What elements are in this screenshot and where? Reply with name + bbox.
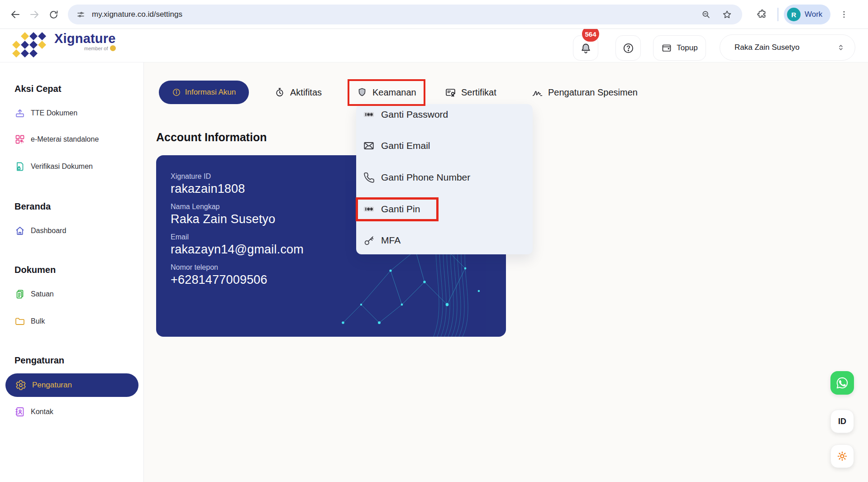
topup-button[interactable]: Topup xyxy=(653,35,706,61)
extensions-icon[interactable] xyxy=(757,9,768,20)
folder-icon xyxy=(14,316,25,327)
gear-icon xyxy=(15,380,26,391)
tab-aktifitas[interactable]: Aktifitas xyxy=(274,81,322,104)
tab-pengaturan-spesimen[interactable]: Pengaturan Spesimen xyxy=(532,81,638,104)
phone-icon xyxy=(362,171,375,184)
help-button[interactable] xyxy=(615,35,641,61)
zoom-out-icon[interactable] xyxy=(701,10,711,19)
language-button[interactable]: ID xyxy=(830,410,854,433)
signature-icon xyxy=(532,87,543,98)
sidebar-item-verifikasi[interactable]: Verifikasi Dokumen xyxy=(14,161,93,172)
logo-diamonds-icon xyxy=(12,31,52,59)
menu-item-ganti-email[interactable]: Ganti Email xyxy=(362,135,430,156)
bell-icon xyxy=(580,42,592,54)
menu-item-ganti-password[interactable]: Ganti Password xyxy=(362,104,448,125)
member-brand-icon xyxy=(110,45,116,51)
contact-book-icon xyxy=(14,406,25,417)
theme-toggle-button[interactable] xyxy=(830,444,854,468)
field-label: Nomor telepon xyxy=(171,263,304,272)
section-aksi-cepat: Aksi Cepat xyxy=(14,84,61,94)
document-icon xyxy=(14,289,25,300)
browser-menu-icon[interactable] xyxy=(839,10,849,19)
sidebar-item-pengaturan-active[interactable]: Pengaturan xyxy=(5,373,138,397)
shield-icon xyxy=(357,87,367,98)
menu-item-ganti-phone[interactable]: Ganti Phone Number xyxy=(362,167,470,188)
upload-tray-icon xyxy=(14,108,25,119)
profile-avatar: R xyxy=(787,8,801,21)
field-value-phone: +6281477009506 xyxy=(171,273,304,287)
tab-informasi-akun[interactable]: Informasi Akun xyxy=(159,81,249,104)
menu-item-mfa[interactable]: MFA xyxy=(362,230,401,251)
field-label: Xignature ID xyxy=(171,172,304,181)
sidebar-item-emeterai[interactable]: e-Meterai standalone xyxy=(14,134,99,145)
sidebar-item-dashboard[interactable]: Dashboard xyxy=(14,225,66,236)
watch-icon xyxy=(274,87,285,98)
address-bar[interactable]: my.xignature.co.id/settings xyxy=(68,5,742,24)
section-pengaturan: Pengaturan xyxy=(14,355,64,366)
document-check-icon xyxy=(14,161,25,172)
sidebar-item-bulk[interactable]: Bulk xyxy=(14,316,45,327)
menu-item-ganti-pin[interactable]: Ganti Pin xyxy=(362,199,420,220)
back-icon[interactable] xyxy=(9,8,22,21)
field-value-email: rakazayn14@gmail.com xyxy=(171,243,304,257)
site-settings-icon[interactable] xyxy=(76,10,86,19)
xignature-logo[interactable]: Xignature member of xyxy=(12,31,116,59)
field-value-xignature-id: rakazain1808 xyxy=(171,182,304,196)
topup-label: Topup xyxy=(677,43,697,52)
forward-icon[interactable] xyxy=(28,8,41,21)
url-text[interactable]: my.xignature.co.id/settings xyxy=(92,10,182,19)
keamanan-dropdown-menu: Ganti Password Ganti Email Ganti Phone N… xyxy=(356,104,533,254)
toolbar-divider xyxy=(777,8,778,21)
sidebar-item-kontak[interactable]: Kontak xyxy=(14,406,53,417)
sidebar: Aksi Cepat TTE Dokumen e-Meterai standal… xyxy=(0,62,144,482)
question-icon xyxy=(622,42,634,54)
field-label: Nama Lengkap xyxy=(171,203,304,211)
sidebar-item-tte-dokumen[interactable]: TTE Dokumen xyxy=(14,108,77,119)
browser-toolbar: my.xignature.co.id/settings R Work xyxy=(0,0,868,29)
field-value-nama: Raka Zain Susetyo xyxy=(171,212,304,226)
brand-member-text: member of xyxy=(84,46,108,51)
section-dokumen: Dokumen xyxy=(14,265,56,275)
browser-profile-chip[interactable]: R Work xyxy=(784,5,830,24)
page-title: Account Information xyxy=(156,131,267,144)
pin-icon xyxy=(362,203,375,215)
user-menu[interactable]: Raka Zain Susetyo xyxy=(720,34,855,61)
whatsapp-button[interactable] xyxy=(830,371,854,395)
reload-icon[interactable] xyxy=(47,8,60,21)
whatsapp-icon xyxy=(835,376,849,390)
certificate-icon xyxy=(445,87,456,98)
app-header: Xignature member of 564 Topup Raka Zain … xyxy=(0,29,868,62)
tab-sertifikat[interactable]: Sertifikat xyxy=(445,81,496,104)
section-beranda: Beranda xyxy=(14,201,51,212)
bookmark-star-icon[interactable] xyxy=(722,10,732,20)
field-label: Email xyxy=(171,233,304,241)
password-icon xyxy=(362,108,375,121)
sidebar-item-satuan[interactable]: Satuan xyxy=(14,289,54,300)
info-icon xyxy=(172,88,181,97)
sun-icon xyxy=(836,450,849,463)
home-icon xyxy=(14,225,25,236)
tab-keamanan[interactable]: Keamanan xyxy=(357,81,416,104)
key-icon xyxy=(362,234,375,247)
brand-name: Xignature xyxy=(54,31,116,46)
profile-name: Work xyxy=(805,10,822,19)
qr-code-icon xyxy=(14,134,25,145)
email-icon xyxy=(362,139,375,152)
chevron-updown-icon xyxy=(837,43,845,52)
user-name: Raka Zain Susetyo xyxy=(734,43,837,52)
wallet-icon xyxy=(661,43,672,53)
